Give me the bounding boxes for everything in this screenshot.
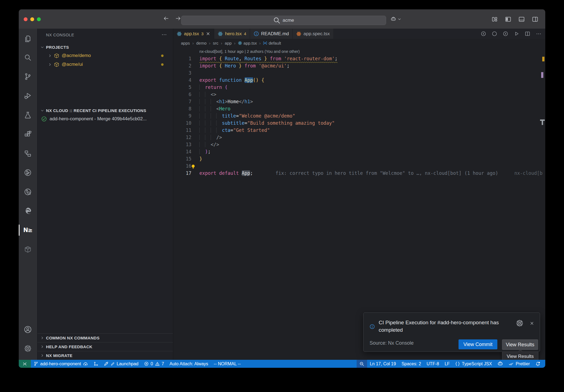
files-icon <box>24 35 31 42</box>
status-language-mode[interactable]: TypeScript JSX <box>452 360 495 368</box>
editor-group: app.tsx3hero.tsx4README.mdapp.spec.tsx a… <box>173 29 545 360</box>
more-actions-icon[interactable] <box>536 31 541 37</box>
activity-item-search[interactable] <box>19 51 37 64</box>
nav-forward-icon[interactable] <box>503 31 508 36</box>
activity-item-edge[interactable] <box>19 204 37 217</box>
chevron-right-icon <box>48 54 52 58</box>
section-nx-migrate[interactable]: NX MIGRATE <box>37 351 173 360</box>
activity-item-gitlens-inspect[interactable] <box>19 185 37 198</box>
copilot-icon[interactable] <box>391 16 396 22</box>
sidebar-title: NX CONSOLE <box>46 32 74 37</box>
split-editor-icon[interactable] <box>525 31 530 36</box>
notification-toast: CI Pipeline Execution for #add-hero-comp… <box>363 312 540 352</box>
status-formatter[interactable]: Prettier <box>506 360 533 368</box>
status-cursor-position[interactable]: Ln 17, Col 19 <box>367 360 399 368</box>
braces-icon <box>455 361 460 366</box>
chevron-right-icon <box>40 336 44 340</box>
status-copilot-status[interactable] <box>495 360 506 368</box>
tab-README.md[interactable]: README.md <box>250 29 293 39</box>
breadcrumb-separator: › <box>259 41 261 45</box>
project-item[interactable]: @acme/ui <box>37 60 173 69</box>
pipeline-item[interactable]: add-hero-component - Merge 409b44e5cb02.… <box>37 115 173 123</box>
code-line: 2import { Hero } from '@acme/ui'; <box>173 62 545 69</box>
toggle-secondary-sidebar-icon[interactable] <box>532 16 538 22</box>
zoom-window-button[interactable] <box>37 17 41 21</box>
status-git-graph[interactable] <box>91 360 101 368</box>
toggle-primary-sidebar-icon[interactable] <box>505 16 511 22</box>
react-icon <box>177 31 182 36</box>
status-launchpad[interactable]: Launchpad <box>101 360 141 368</box>
status-vim-mode[interactable]: -- NORMAL -- <box>211 360 243 368</box>
breadcrumb-item-default[interactable]: default <box>263 41 281 45</box>
breadcrumb-item-app[interactable]: app <box>225 41 232 45</box>
activity-item-testing[interactable] <box>19 108 37 122</box>
tab-app.spec.tsx[interactable]: app.spec.tsx <box>293 29 333 39</box>
codelens-blame[interactable]: nx-cloud[bot], 1 hour ago | 2 authors (Y… <box>199 49 300 54</box>
tab-app.tsx[interactable]: app.tsx3 <box>173 29 214 39</box>
nav-back-icon[interactable] <box>481 31 486 36</box>
tab-hero.tsx[interactable]: hero.tsx4 <box>214 29 250 39</box>
history-forward-icon[interactable] <box>175 15 181 21</box>
more-actions-icon[interactable] <box>161 32 167 37</box>
close-icon[interactable] <box>530 319 534 327</box>
breadcrumb-item-src[interactable]: src <box>213 41 218 45</box>
status-problems[interactable]: 07 <box>141 360 167 368</box>
account-icon <box>24 326 32 333</box>
circle-outline-icon[interactable] <box>492 31 497 36</box>
status-remote-indicator[interactable] <box>19 360 31 368</box>
git-graph-icon <box>94 361 98 366</box>
section-help-and-feedback[interactable]: HELP AND FEEDBACK <box>37 342 173 351</box>
status-encoding[interactable]: UTF-8 <box>424 360 442 368</box>
modified-dot <box>161 55 164 57</box>
activity-item-files[interactable] <box>19 32 37 45</box>
status-notifications-bell[interactable] <box>533 360 543 368</box>
breadcrumb-item-demo[interactable]: demo <box>196 41 207 45</box>
activity-item-gear[interactable] <box>19 342 37 355</box>
chevron-down-icon[interactable] <box>397 17 402 21</box>
close-icon[interactable] <box>206 31 210 36</box>
status-auto-attach[interactable]: Auto Attach: Always <box>167 360 211 368</box>
activity-item-account[interactable] <box>19 323 37 336</box>
toggle-panel-icon[interactable] <box>519 16 525 22</box>
debug-icon <box>24 92 31 99</box>
status-branch-status[interactable]: add-hero-component <box>31 360 91 368</box>
problem-count-badge: 3 <box>201 31 204 36</box>
minimize-window-button[interactable] <box>30 17 34 21</box>
code-line: 5 return ( <box>173 84 545 91</box>
breadcrumb-item-app.tsx[interactable]: app.tsx <box>238 41 257 45</box>
breadcrumb-separator: › <box>192 41 194 45</box>
activity-item-nx-logo[interactable]: N≥ <box>19 224 37 237</box>
gear-icon[interactable] <box>516 319 524 327</box>
section-nx-cloud[interactable]: NX CLOUD :: RECENT CI PIPELINE EXECUTION… <box>37 106 173 115</box>
org-chart-icon <box>24 150 31 157</box>
symbol-module-icon <box>263 41 267 45</box>
close-window-button[interactable] <box>24 17 28 21</box>
sidebar-nx-console: NX CONSOLE PROJECTS @acme/demo@acme/ui N… <box>37 29 173 360</box>
activity-item-source-control[interactable] <box>19 70 37 83</box>
activity-item-gitlens[interactable] <box>19 166 37 179</box>
view-results-button[interactable]: View Results <box>502 339 538 350</box>
activity-item-package[interactable] <box>19 243 37 256</box>
status-zoom-indicator[interactable] <box>357 360 367 368</box>
status-eol[interactable]: LF <box>442 360 452 368</box>
chevron-down-icon <box>40 45 44 49</box>
activity-item-extensions[interactable] <box>19 128 37 141</box>
code-line: 6 <> <box>173 91 545 98</box>
section-common-nx-commands[interactable]: COMMON NX COMMANDS <box>37 333 173 342</box>
section-projects[interactable]: PROJECTS <box>37 43 173 51</box>
breadcrumb-item-apps[interactable]: apps <box>181 41 190 45</box>
history-back-icon[interactable] <box>163 15 169 21</box>
gitlens-inspect-icon <box>24 188 31 195</box>
activity-item-org-chart[interactable] <box>19 147 37 160</box>
chevron-right-icon <box>40 353 44 358</box>
run-icon[interactable] <box>514 31 519 36</box>
activity-item-debug[interactable] <box>19 89 37 102</box>
command-center-search[interactable]: acme <box>181 16 386 25</box>
check-double-icon <box>509 361 514 366</box>
customize-layout-icon[interactable] <box>492 16 498 22</box>
status-indentation[interactable]: Spaces: 2 <box>399 360 424 368</box>
line-number: 4 <box>173 77 191 84</box>
view-commit-button[interactable]: View Commit <box>459 339 497 349</box>
code-line: 1import { Route, Routes } from 'react-ro… <box>173 55 545 62</box>
project-item[interactable]: @acme/demo <box>37 51 173 60</box>
